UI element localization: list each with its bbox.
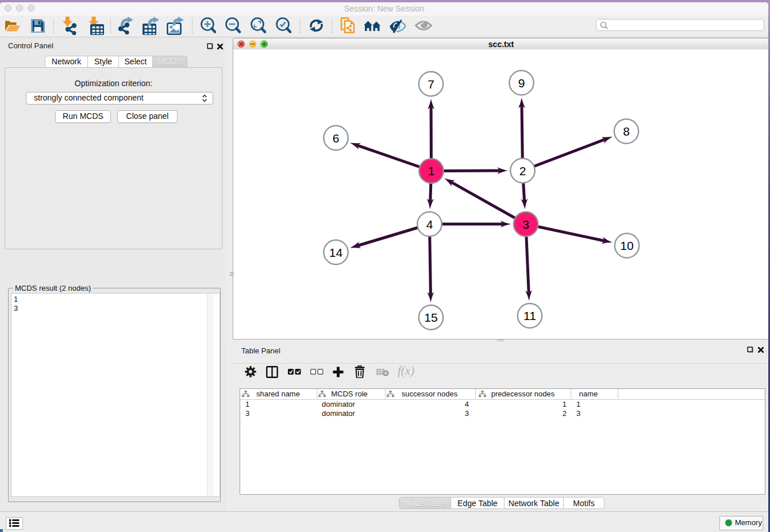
svg-text:8: 8 xyxy=(623,125,630,138)
svg-text:3: 3 xyxy=(522,218,529,231)
svg-text:7: 7 xyxy=(428,78,434,91)
svg-text:15: 15 xyxy=(424,311,437,324)
svg-text:4: 4 xyxy=(426,218,433,231)
svg-text:1: 1 xyxy=(428,164,435,178)
svg-text:9: 9 xyxy=(518,76,525,90)
svg-text:6: 6 xyxy=(333,132,340,145)
svg-text:2: 2 xyxy=(519,164,526,178)
svg-text:10: 10 xyxy=(620,239,633,252)
svg-text:14: 14 xyxy=(329,246,343,259)
svg-text:11: 11 xyxy=(523,309,536,322)
